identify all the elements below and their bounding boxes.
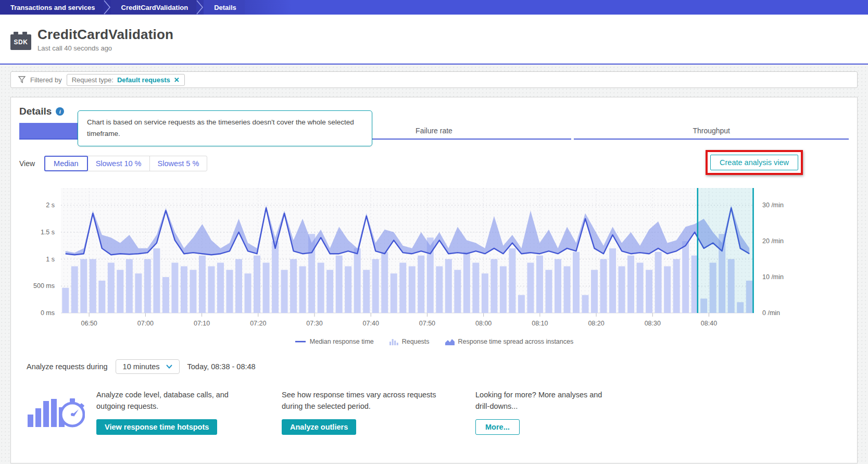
- page-header: SDK CreditCardValidation Last call 40 se…: [0, 15, 868, 65]
- breadcrumb: Transactions and services CreditCardVali…: [0, 0, 868, 15]
- action-text: Analyze code level, database calls, and …: [96, 390, 253, 412]
- filtered-by-label: Filtered by: [30, 76, 62, 84]
- action-card-more: Looking for more? More analyses and dril…: [475, 390, 849, 435]
- svg-text:08:40: 08:40: [701, 320, 717, 327]
- chip-key: Request type:: [72, 76, 114, 84]
- view-response-time-hotspots-button[interactable]: View response time hotspots: [96, 419, 217, 435]
- svg-text:08:10: 08:10: [532, 320, 548, 327]
- action-card-hotspots: Analyze code level, database calls, and …: [27, 390, 282, 435]
- view-toggle-group: Median Slowest 10 % Slowest 5 %: [44, 156, 207, 171]
- line-icon: [295, 339, 306, 344]
- legend-item-requests: Requests: [389, 338, 430, 345]
- svg-text:1.5 s: 1.5 s: [41, 229, 55, 236]
- legend-item-spread: Response time spread across instances: [445, 338, 574, 345]
- timeseries-chart[interactable]: 06:5007:0007:1007:2007:3007:4007:5008:00…: [19, 188, 849, 334]
- svg-text:07:40: 07:40: [363, 320, 379, 327]
- more-button[interactable]: More...: [475, 419, 520, 435]
- svg-text:08:30: 08:30: [645, 320, 661, 327]
- area-icon: [445, 338, 455, 345]
- legend-label: Requests: [402, 338, 430, 345]
- legend-item-median: Median response time: [295, 338, 374, 345]
- svg-text:07:00: 07:00: [137, 320, 154, 327]
- view-option-slowest10[interactable]: Slowest 10 %: [87, 156, 150, 171]
- svg-text:30 /min: 30 /min: [762, 202, 784, 209]
- barchart-stopwatch-icon: [27, 390, 85, 429]
- duration-value: 10 minutes: [123, 362, 160, 371]
- chevron-right-icon: [104, 0, 111, 15]
- chip-value: Default requests: [117, 76, 170, 84]
- chart-info-tooltip: Chart is based on service requests as th…: [78, 110, 372, 146]
- filter-bar: Filtered by Request type: Default reques…: [10, 71, 858, 88]
- action-text: Looking for more? More analyses and dril…: [475, 390, 611, 412]
- legend-label: Response time spread across instances: [458, 338, 574, 345]
- svg-text:06:50: 06:50: [81, 320, 97, 327]
- chevron-right-icon: [196, 0, 204, 15]
- bars-icon: [389, 338, 398, 345]
- page-title: CreditCardValidation: [37, 27, 173, 43]
- annotation-highlight-box: Create analysis view: [706, 150, 803, 175]
- svg-text:10 /min: 10 /min: [762, 273, 784, 281]
- create-analysis-view-button[interactable]: Create analysis view: [710, 155, 798, 170]
- view-label: View: [19, 159, 35, 168]
- svg-text:07:20: 07:20: [250, 320, 266, 327]
- view-option-slowest5[interactable]: Slowest 5 %: [149, 156, 208, 171]
- chip-close-icon[interactable]: ✕: [174, 76, 180, 84]
- svg-text:0 ms: 0 ms: [41, 309, 55, 317]
- svg-text:1 s: 1 s: [46, 256, 55, 263]
- duration-dropdown[interactable]: 10 minutes: [116, 359, 180, 374]
- view-option-median[interactable]: Median: [44, 156, 88, 171]
- breadcrumb-item-service[interactable]: CreditCardValidation: [111, 0, 197, 15]
- svg-text:500 ms: 500 ms: [33, 282, 55, 290]
- svg-text:2 s: 2 s: [46, 202, 55, 209]
- filter-chip-request-type[interactable]: Request type: Default requests ✕: [67, 74, 185, 86]
- sdk-service-icon: SDK: [10, 34, 31, 50]
- breadcrumb-item-transactions[interactable]: Transactions and services: [0, 0, 104, 15]
- svg-text:07:30: 07:30: [306, 320, 322, 327]
- svg-text:08:00: 08:00: [475, 320, 492, 327]
- svg-text:20 /min: 20 /min: [762, 237, 784, 245]
- chevron-down-icon: [166, 365, 172, 369]
- last-call-subtitle: Last call 40 seconds ago: [37, 44, 173, 52]
- svg-text:0 /min: 0 /min: [762, 309, 780, 317]
- selected-timerange-text: Today, 08:38 - 08:48: [187, 362, 256, 371]
- breadcrumb-item-details[interactable]: Details: [204, 0, 245, 15]
- section-title: Details: [19, 106, 52, 117]
- action-card-outliers: See how response times vary across reque…: [282, 390, 475, 435]
- action-text: See how response times vary across reque…: [282, 390, 454, 412]
- details-card: Details i Failure rate Throughput Chart …: [10, 97, 858, 463]
- svg-text:07:50: 07:50: [419, 320, 435, 327]
- legend-label: Median response time: [310, 338, 374, 345]
- analyze-during-label: Analyze requests during: [27, 362, 108, 371]
- chart-legend: Median response time Requests Response t…: [11, 338, 857, 345]
- info-icon[interactable]: i: [56, 107, 64, 116]
- svg-text:07:10: 07:10: [194, 320, 210, 327]
- svg-text:08:20: 08:20: [588, 320, 604, 327]
- tab-throughput[interactable]: Throughput: [574, 123, 849, 140]
- analyze-outliers-button[interactable]: Analyze outliers: [282, 419, 356, 435]
- filter-funnel-icon: [18, 76, 26, 83]
